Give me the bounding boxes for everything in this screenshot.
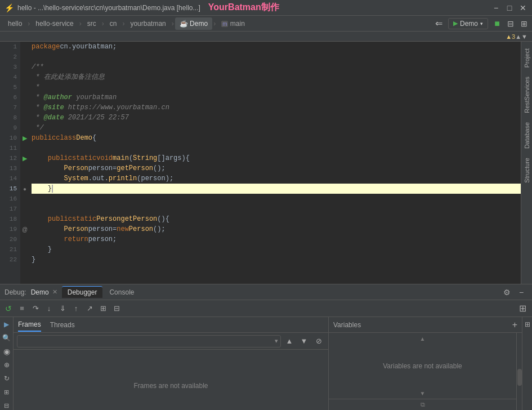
debug-right-icon-1[interactable]: ⊞	[522, 319, 533, 329]
code-line-15: }	[32, 184, 530, 194]
debug-settings-icon[interactable]: ⊞	[515, 302, 530, 315]
line-11: 11	[0, 143, 20, 153]
debug-toolbar-list[interactable]: ≡	[16, 302, 28, 315]
debug-force-step-into[interactable]: ⇓	[56, 302, 69, 315]
code-line-18: public static Person getPerson() {	[32, 214, 530, 224]
breadcrumb-yourbatman[interactable]: yourbatman	[126, 17, 170, 30]
code-line-17	[32, 204, 530, 214]
line-18: 18	[0, 214, 20, 224]
rest-services-tab[interactable]: RestServices	[522, 72, 531, 118]
debugger-tab[interactable]: Debugger	[62, 286, 103, 298]
breadcrumb-sep1: ›	[28, 20, 30, 28]
breadcrumb-sep2: ›	[79, 20, 82, 28]
var-scroll-down[interactable]: ▼	[329, 387, 516, 399]
right-tool-panel: Project RestServices Database Structure	[521, 42, 532, 284]
line-3: 3	[0, 62, 20, 72]
var-copy-btn[interactable]: ⧉	[329, 399, 516, 410]
debug-run-to-cursor[interactable]: ↗	[83, 302, 96, 315]
line-20: 20	[0, 234, 20, 244]
debug-icon-7[interactable]: ⊟	[2, 400, 12, 410]
debug-step-into[interactable]: ↓	[43, 302, 55, 315]
breadcrumb-demo[interactable]: ☕ Demo	[175, 17, 212, 30]
console-tab[interactable]: Console	[104, 287, 140, 298]
frames-dropdown[interactable]: ▾	[17, 335, 281, 347]
tab-threads[interactable]: Threads	[50, 319, 75, 331]
breadcrumb-cn[interactable]: cn	[105, 17, 122, 30]
debug-icon-1[interactable]: ▶	[2, 319, 12, 329]
debug-frames-btn[interactable]: ⊞	[97, 302, 109, 315]
database-tab[interactable]: Database	[522, 118, 531, 153]
code-line-3: /**	[32, 62, 530, 72]
breadcrumb-hello[interactable]: hello	[3, 17, 26, 30]
debug-minimize-button[interactable]: −	[515, 286, 527, 298]
tab-frames[interactable]: Frames	[18, 318, 41, 332]
project-tab[interactable]: Project	[522, 44, 531, 72]
frames-filter-button[interactable]: ⊘	[312, 335, 325, 347]
debug-rerun-button[interactable]: ↺	[2, 302, 15, 315]
debug-step-over[interactable]: ↷	[29, 302, 42, 315]
var-copy-icon: ⧉	[421, 401, 425, 408]
code-content[interactable]: package cn.yourbatman; /** * 在此处添加备注信息 *…	[20, 42, 532, 284]
close-button[interactable]: ✕	[518, 3, 527, 12]
menu-button[interactable]: ⊞	[520, 19, 529, 28]
code-line-21: }	[32, 244, 530, 255]
variables-scrollbar[interactable]	[516, 333, 522, 410]
breadcrumb-src[interactable]: src	[83, 17, 101, 30]
titlebar-controls: − □ ✕	[491, 3, 527, 12]
debug-body: ▶ 🔍 ◉ ⊕ ↻ ⊞ ⊟ Frames Threads ▾ ▲ ▼ ⊘	[0, 317, 532, 410]
titlebar: ⚡ hello - ...\hello-service\src\cn\yourb…	[0, 0, 532, 16]
debug-icon-3[interactable]: ◉	[2, 346, 12, 356]
debug-panel: Debug: Demo ✕ Debugger Console ⚙ − ↺ ≡ ↷…	[0, 284, 532, 410]
debug-toolbar: ↺ ≡ ↷ ↓ ⇓ ↑ ↗ ⊞ ⊟ ⊞	[0, 300, 532, 317]
code-line-2	[32, 52, 530, 62]
line-8: 8	[0, 113, 20, 123]
debug-icon-6[interactable]: ⊞	[2, 387, 12, 397]
frames-down-button[interactable]: ▼	[298, 335, 310, 347]
var-scroll-up[interactable]: ▲	[329, 333, 516, 344]
var-scroll-up-icon: ▲	[420, 336, 426, 342]
scrollbar-thumb[interactable]	[517, 369, 522, 386]
structure-tab[interactable]: Structure	[522, 153, 531, 188]
line-15: 15	[0, 184, 20, 194]
code-line-14: System.out.println(person);	[32, 173, 530, 184]
debug-icon-2[interactable]: 🔍	[2, 333, 12, 343]
warning-nav-down[interactable]: ▼	[521, 33, 527, 40]
debug-tabs: Debugger Console	[62, 286, 140, 298]
nav-back-button[interactable]: ⇐	[435, 19, 444, 28]
code-line-9: */	[32, 123, 530, 133]
breadcrumb-sep3: ›	[102, 20, 104, 28]
code-line-8: * @date 2021/1/25 22:57	[32, 113, 530, 123]
maximize-button[interactable]: □	[505, 3, 514, 12]
debug-icon-4[interactable]: ⊕	[2, 360, 12, 370]
variables-add-btn[interactable]: +	[512, 320, 517, 330]
editor-area: 1 2 3 4 5 6 7 8 9 10 11 12 13 14 15 16 1…	[0, 42, 532, 284]
run-config-dropdown[interactable]: ▶ Demo ▾	[448, 18, 488, 29]
breadcrumb-main[interactable]: m main	[217, 17, 249, 30]
run-button[interactable]: ■	[493, 19, 502, 28]
code-line-12: public static void main(String[] args) {	[32, 153, 530, 163]
variables-label: Variables	[333, 321, 361, 329]
breadcrumb-service[interactable]: hello-service	[31, 17, 78, 30]
debug-evaluate[interactable]: ⊟	[110, 302, 123, 315]
line-2: 2	[0, 52, 20, 62]
line-13: 13	[0, 163, 20, 173]
debug-step-out[interactable]: ↑	[70, 302, 82, 315]
code-line-5: *	[32, 82, 530, 92]
frames-empty-label: Frames are not available	[133, 382, 208, 390]
layout-button[interactable]: ⊟	[506, 19, 515, 28]
frames-tabs: Frames Threads	[14, 317, 328, 333]
code-line-13: Person person = getPerson();	[32, 163, 530, 173]
variables-empty-label: Variables are not available	[383, 362, 462, 370]
add-variable-icon[interactable]: +	[512, 320, 517, 329]
frames-toolbar: ▾ ▲ ▼ ⊘	[14, 333, 328, 350]
debug-session-close[interactable]: ✕	[52, 288, 57, 296]
debug-icon-5[interactable]: ↻	[2, 373, 12, 384]
warning-nav-up[interactable]: ▲	[515, 33, 521, 40]
debug-settings-button[interactable]: ⚙	[500, 286, 513, 298]
frames-panel: Frames Threads ▾ ▲ ▼ ⊘ Frames are not av…	[14, 317, 329, 410]
debug-label: Debug:	[5, 288, 26, 296]
line-12: 12	[0, 153, 20, 163]
line-14: 14	[0, 173, 20, 184]
minimize-button[interactable]: −	[491, 3, 500, 12]
frames-up-button[interactable]: ▲	[283, 335, 296, 347]
